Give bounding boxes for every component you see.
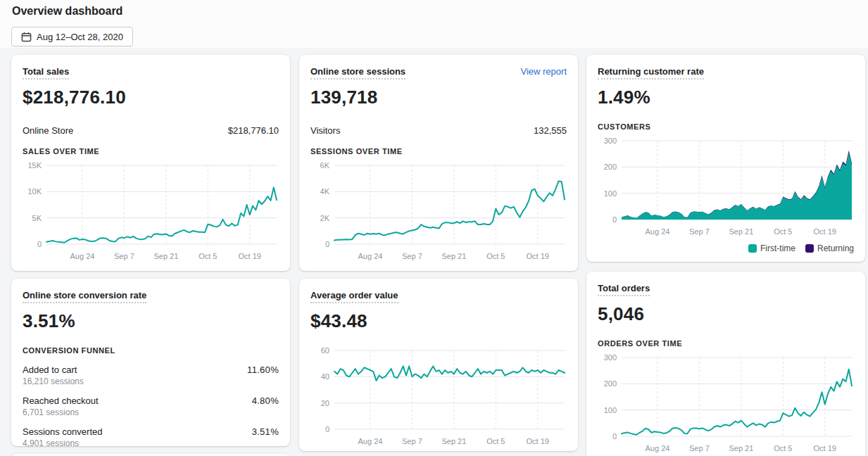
aov-card: Average order value $43.48 0204060Aug 24… <box>299 279 578 451</box>
svg-text:Oct 19: Oct 19 <box>814 444 836 452</box>
aov-value: $43.48 <box>310 310 567 332</box>
svg-text:20: 20 <box>321 399 329 407</box>
svg-text:Sep 21: Sep 21 <box>729 444 753 452</box>
customers-chart-label: CUSTOMERS <box>598 122 854 131</box>
total-sales-value: $218,776.10 <box>23 87 279 108</box>
funnel-step-pct: 3.51% <box>252 426 279 437</box>
svg-text:Aug 24: Aug 24 <box>646 227 670 236</box>
svg-text:200: 200 <box>604 163 617 171</box>
svg-text:Sep 21: Sep 21 <box>153 252 178 260</box>
svg-text:Sep 21: Sep 21 <box>441 437 466 445</box>
first-time-swatch-icon <box>748 244 757 253</box>
view-report-link[interactable]: View report <box>520 66 567 77</box>
svg-text:Sep 21: Sep 21 <box>441 252 466 260</box>
total-orders-value: 5,046 <box>598 303 854 325</box>
svg-text:5K: 5K <box>32 214 42 222</box>
svg-text:100: 100 <box>604 189 617 198</box>
svg-text:Oct 5: Oct 5 <box>486 252 505 260</box>
funnel-row-reached-checkout: Reached checkout 6,701 sessions 4.80% <box>23 395 279 417</box>
svg-text:15K: 15K <box>27 161 42 170</box>
svg-text:0: 0 <box>37 240 42 248</box>
svg-text:0: 0 <box>325 425 329 433</box>
svg-text:Oct 19: Oct 19 <box>527 437 549 445</box>
svg-text:300: 300 <box>604 353 617 362</box>
total-orders-card: Total orders 5,046 ORDERS OVER TIME 0100… <box>586 272 865 456</box>
orders-over-time-chart: 0100200300Aug 24Sep 7Sep 21Oct 5Oct 19 <box>598 350 854 456</box>
svg-text:4K: 4K <box>320 187 330 196</box>
aov-chart: 0204060Aug 24Sep 7Sep 21Oct 5Oct 19 <box>310 343 567 452</box>
svg-text:Oct 5: Oct 5 <box>199 252 217 260</box>
conversion-rate-title[interactable]: Online store conversion rate <box>23 290 146 303</box>
total-sales-card: Total sales $218,776.10 Online Store $21… <box>11 55 290 271</box>
sessions-card: Online store sessions View report 139,71… <box>299 55 578 271</box>
svg-text:Aug 24: Aug 24 <box>70 252 95 260</box>
conversion-rate-value: 3.51% <box>23 310 279 332</box>
funnel-step-label: Reached checkout <box>23 395 99 406</box>
svg-text:Oct 5: Oct 5 <box>774 227 792 236</box>
svg-text:300: 300 <box>604 137 617 145</box>
svg-text:Sep 7: Sep 7 <box>402 252 422 260</box>
svg-text:200: 200 <box>604 379 617 388</box>
svg-text:Oct 19: Oct 19 <box>239 252 261 260</box>
funnel-step-pct: 11.60% <box>247 365 279 375</box>
returning-rate-title[interactable]: Returning customer rate <box>598 66 704 80</box>
funnel-row-added-to-cart: Added to cart 16,210 sessions 11.60% <box>23 365 279 386</box>
total-sales-title[interactable]: Total sales <box>23 66 69 80</box>
funnel-step-sessions: 6,701 sessions <box>23 407 99 417</box>
svg-text:0: 0 <box>612 432 617 441</box>
overview-dashboard-page: Overview dashboard Aug 12–Oct 28, 2020 T… <box>0 0 868 456</box>
funnel-step-pct: 4.80% <box>252 395 279 406</box>
page-title: Overview dashboard <box>12 5 122 18</box>
funnel-step-label: Added to cart <box>23 365 84 375</box>
sessions-title[interactable]: Online store sessions <box>310 66 405 80</box>
aov-title[interactable]: Average order value <box>310 290 398 303</box>
svg-text:Oct 19: Oct 19 <box>814 227 836 236</box>
svg-text:100: 100 <box>604 406 617 414</box>
svg-text:0: 0 <box>612 215 617 224</box>
svg-text:Sep 7: Sep 7 <box>689 444 710 452</box>
total-orders-title[interactable]: Total orders <box>598 283 650 296</box>
svg-text:Oct 5: Oct 5 <box>486 437 505 445</box>
conversion-rate-card: Online store conversion rate 3.51% CONVE… <box>11 279 290 446</box>
funnel-step-sessions: 4,901 sessions <box>23 438 102 448</box>
svg-text:40: 40 <box>321 372 329 381</box>
svg-text:Sep 7: Sep 7 <box>114 252 134 260</box>
returning-swatch-icon <box>805 244 814 253</box>
legend-first-time: First-time <box>748 243 795 253</box>
date-range-button[interactable]: Aug 12–Oct 28, 2020 <box>11 27 133 46</box>
sessions-over-time-chart: 02K4K6KAug 24Sep 7Sep 21Oct 5Oct 19 <box>310 158 567 267</box>
calendar-icon <box>21 32 32 42</box>
date-range-label: Aug 12–Oct 28, 2020 <box>37 32 123 42</box>
sessions-value: 139,718 <box>310 87 567 108</box>
legend-returning: Returning <box>805 243 854 253</box>
svg-text:Sep 7: Sep 7 <box>689 227 710 236</box>
funnel-step-sessions: 16,210 sessions <box>23 376 84 386</box>
svg-text:Oct 19: Oct 19 <box>527 252 549 260</box>
svg-text:Sep 21: Sep 21 <box>729 227 753 236</box>
orders-over-time-label: ORDERS OVER TIME <box>598 339 854 348</box>
returning-rate-card: Returning customer rate 1.49% CUSTOMERS … <box>586 55 865 262</box>
svg-text:Sep 7: Sep 7 <box>402 437 422 445</box>
svg-text:60: 60 <box>321 346 329 355</box>
total-sales-channel-value: $218,776.10 <box>228 125 279 136</box>
sales-over-time-chart: 05K10K15KAug 24Sep 7Sep 21Oct 5Oct 19 <box>23 158 279 267</box>
svg-text:Aug 24: Aug 24 <box>358 252 383 260</box>
legend-first-time-label: First-time <box>760 243 795 253</box>
svg-text:Aug 24: Aug 24 <box>646 444 670 452</box>
svg-text:10K: 10K <box>27 187 42 196</box>
funnel-step-label: Sessions converted <box>23 426 102 437</box>
sales-over-time-label: SALES OVER TIME <box>23 147 279 156</box>
svg-text:2K: 2K <box>320 214 330 222</box>
svg-text:6K: 6K <box>320 161 330 170</box>
conversion-funnel: Added to cart 16,210 sessions 11.60% Rea… <box>23 365 279 448</box>
customers-chart: 0100200300Aug 24Sep 7Sep 21Oct 5Oct 19 <box>598 134 854 242</box>
conversion-funnel-label: CONVERSION FUNNEL <box>23 346 279 355</box>
svg-text:Oct 5: Oct 5 <box>774 444 792 452</box>
visitors-value: 132,555 <box>534 125 567 136</box>
legend-returning-label: Returning <box>817 243 854 253</box>
total-sales-channel-label: Online Store <box>23 125 73 136</box>
funnel-row-sessions-converted: Sessions converted 4,901 sessions 3.51% <box>23 426 279 448</box>
customers-legend: First-time Returning <box>598 243 854 253</box>
sessions-over-time-label: SESSIONS OVER TIME <box>310 147 567 156</box>
returning-rate-value: 1.49% <box>598 87 854 108</box>
